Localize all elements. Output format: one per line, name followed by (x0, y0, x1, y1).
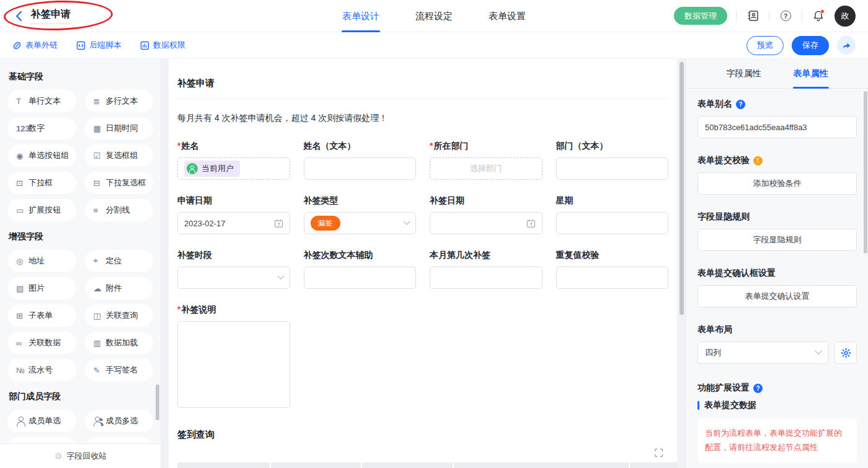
help-icon[interactable]: ? (753, 384, 763, 393)
field-item-number[interactable]: 123数字 (7, 117, 76, 139)
date-input[interactable]: 2023-02-17 (177, 212, 290, 234)
tab-field-properties[interactable]: 字段属性 (727, 59, 761, 89)
share-button[interactable] (837, 36, 856, 55)
form-layout-select[interactable]: 四列 (698, 342, 828, 364)
preview-button[interactable]: 预览 (746, 36, 784, 55)
field-item-multi-line-text[interactable]: ≣多行文本 (85, 90, 154, 112)
warning-icon: ! (753, 156, 763, 166)
section-title-basic-fields: 基础字段 (9, 71, 152, 82)
field-item-attachment[interactable]: ☁附件 (85, 277, 154, 299)
field-sign-period[interactable]: 补签时段 (177, 250, 290, 289)
contact-book-icon[interactable] (745, 9, 760, 24)
date-input[interactable] (430, 212, 542, 234)
current-user-tag: 当前用户 (184, 161, 240, 177)
back-button[interactable] (12, 10, 25, 22)
text-input[interactable] (556, 157, 669, 180)
field-duplicate-check[interactable]: 重复值校验 (556, 250, 669, 289)
text-input[interactable] (304, 157, 417, 180)
field-visibility-button[interactable]: 字段显隐规则 (698, 229, 857, 251)
field-sign-date[interactable]: 补签日期 (430, 195, 542, 234)
field-item-extend-button[interactable]: ▭扩展按钮 (7, 199, 76, 221)
chevron-down-icon (277, 273, 284, 280)
text-input[interactable] (556, 212, 669, 234)
field-item-data-load[interactable]: ▥数据加载 (85, 332, 154, 354)
department-picker[interactable]: 选择部门 (430, 157, 542, 180)
field-sign-reason[interactable]: *补签说明 (177, 304, 290, 410)
help-icon[interactable]: ? (736, 100, 745, 109)
submit-validation-label: 表单提交校验 ! (698, 155, 857, 166)
text-input[interactable] (556, 267, 669, 289)
notification-bell-icon[interactable] (811, 9, 826, 24)
multi-line-text-icon: ≣ (94, 97, 106, 106)
field-apply-date[interactable]: 申请日期 2023-02-17 (177, 195, 290, 234)
header-tabs: 表单设计 流程设定 表单设置 (342, 0, 526, 32)
form-title[interactable]: 补签申请 (177, 77, 668, 99)
field-item-single-line-text[interactable]: T单行文本 (7, 90, 76, 112)
add-validation-button[interactable]: 添加校验条件 (698, 172, 857, 195)
expand-fullscreen-icon[interactable] (654, 448, 663, 457)
text-input[interactable] (430, 267, 542, 289)
field-item-radio-group[interactable]: ◉单选按钮组 (7, 144, 76, 167)
field-item-datetime[interactable]: ▦日期时间 (85, 117, 154, 139)
sidebar-scrollbar[interactable] (156, 59, 159, 468)
calendar-icon: ▦ (94, 124, 106, 133)
user-avatar[interactable]: 政 (835, 6, 856, 27)
field-item-dropdown[interactable]: ⊡下拉框 (7, 172, 76, 194)
field-item-checkbox-group[interactable]: ☑复选框组 (85, 144, 154, 167)
text-input[interactable] (304, 267, 417, 289)
layout-settings-button[interactable] (835, 342, 857, 364)
tab-form-design[interactable]: 表单设计 (342, 0, 379, 32)
field-name[interactable]: *姓名 当前用户 (177, 141, 290, 180)
chevron-down-icon (403, 218, 410, 225)
table-header-employee-name: 员工姓名 (177, 462, 270, 468)
current-user-widget[interactable]: 当前用户 (177, 157, 290, 180)
submit-confirm-button[interactable]: 表单提交确认设置 (698, 285, 857, 307)
page-title: 补签申请 (31, 8, 71, 24)
field-recycle-bin[interactable]: ♲ 字段回收站 (0, 443, 161, 468)
section-title-enhanced-fields: 增强字段 (9, 231, 152, 242)
tab-flow-settings[interactable]: 流程设定 (415, 0, 453, 32)
form-external-link[interactable]: 表单外链 (12, 40, 58, 51)
tab-form-settings[interactable]: 表单设置 (489, 0, 526, 32)
table-header-punch-time: 打卡时间 (630, 462, 677, 468)
select-input[interactable]: 漏签 (304, 212, 417, 234)
field-item-linked-query[interactable]: ◫关联查询 (85, 304, 154, 327)
field-item-member-multi[interactable]: 成员多选 (85, 410, 154, 432)
field-sign-count-helper[interactable]: 补签次数文本辅助 (304, 250, 417, 289)
form-description[interactable]: 每月共有 4 次补签申请机会，超过 4 次则按请假处理！ (177, 113, 668, 124)
field-sign-type[interactable]: 补签类型 漏签 (304, 195, 417, 234)
chevron-down-icon (815, 348, 822, 355)
tab-form-properties[interactable]: 表单属性 (794, 59, 828, 89)
canvas-scrollbar[interactable] (680, 61, 684, 466)
field-department[interactable]: *所在部门 选择部门 (430, 141, 542, 180)
data-manage-button[interactable]: 数据管理 (674, 7, 727, 25)
recycle-icon: ♲ (55, 451, 63, 461)
field-item-subform[interactable]: ⊞子表单 (7, 304, 76, 327)
link-icon (12, 41, 22, 50)
select-input[interactable] (177, 267, 290, 289)
field-item-location[interactable]: ⌖定位 (85, 250, 154, 272)
field-item-linked-data[interactable]: ∞关联数据 (7, 332, 76, 354)
backend-script-link[interactable]: 后端脚本 (76, 40, 122, 51)
help-icon[interactable]: ? (778, 9, 793, 24)
form-alias-input[interactable] (698, 116, 857, 138)
calendar-icon (274, 219, 283, 228)
field-item-multi-dropdown[interactable]: ⊟下拉复选框 (85, 172, 154, 194)
field-item-member-single[interactable]: 成员单选 (7, 410, 76, 432)
form-toolbar: 表单外链 后端脚本 数据权限 预览 保存 (0, 32, 868, 59)
field-weekday[interactable]: 星期 (556, 195, 669, 234)
gear-icon (841, 348, 851, 358)
field-item-divider[interactable]: ≡分割线 (85, 199, 154, 221)
field-name-text[interactable]: 姓名（文本） (304, 141, 417, 180)
sign-reason-textarea[interactable] (177, 321, 290, 408)
panel-scrollbar[interactable] (864, 89, 867, 468)
field-item-handwritten-signature[interactable]: ✎手写签名 (85, 359, 154, 381)
field-item-address[interactable]: ◎地址 (7, 250, 76, 272)
field-item-image[interactable]: ▧图片 (7, 277, 76, 299)
field-item-serial-number[interactable]: №流水号 (7, 359, 76, 381)
field-month-sign-index[interactable]: 本月第几次补签 (430, 250, 542, 289)
field-department-text[interactable]: 部门（文本） (556, 141, 669, 180)
divider (802, 11, 802, 21)
save-button[interactable]: 保存 (792, 36, 829, 55)
data-permission-link[interactable]: 数据权限 (140, 40, 185, 51)
